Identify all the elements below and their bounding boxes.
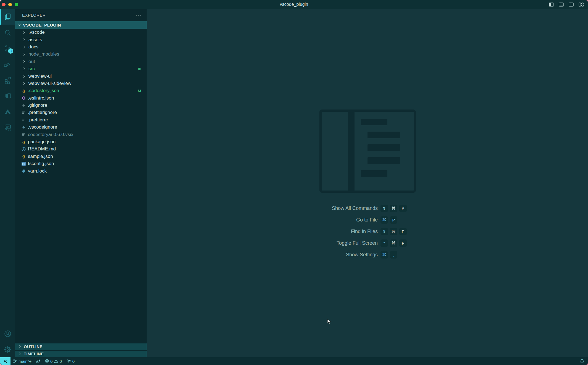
tree-item-file[interactable]: .vscodeignore [15,124,147,131]
git-icon [21,103,26,108]
section-label: OUTLINE [24,345,43,349]
section-label: TIMELINE [24,352,44,356]
more-actions-icon[interactable]: ··· [136,12,142,18]
warnings-icon [54,359,58,363]
file-name: README.md [28,146,56,152]
keycap: ⌘ [380,251,388,259]
sidebar-sections: OUTLINETIMELINE [15,343,147,357]
toggle-primary-sidebar-icon[interactable] [549,2,554,7]
extensions-icon [4,76,12,84]
file-name: yarn.lock [28,168,47,174]
chevron-right-icon [22,82,26,85]
file-name: package.json [28,139,56,145]
titlebar: vscode_plugin [0,0,588,9]
branch-icon [13,359,17,363]
remote-indicator[interactable] [0,357,11,365]
shortcut-row: Show All Commands⇧⌘P [147,202,588,214]
tree-item-file[interactable]: .gitignore [15,102,147,109]
zoom-window-button[interactable] [15,3,18,6]
git-branch-status[interactable]: main*+ [11,357,34,365]
activity-item-search[interactable] [0,25,15,40]
activity-item-account[interactable] [0,326,15,341]
toggle-secondary-sidebar-icon[interactable] [569,2,574,7]
minimize-window-button[interactable] [8,3,12,6]
watermark-text-pane [355,112,414,191]
search-icon [4,28,12,37]
project-root-row[interactable]: VSCODE_PLUGIN [15,21,147,29]
file-name: .eslintrc.json [28,95,54,101]
keycap: P [399,205,407,212]
errors-count: 0 [50,359,53,364]
keycap: F [399,228,407,235]
explorer-icon [4,13,12,21]
activity-item-explorer[interactable] [0,9,15,25]
chevron-right-icon [22,67,26,71]
chevron-right-icon [18,345,22,349]
layout-controls [549,2,584,7]
shortcut-row: Find in Files⇧⌘F [147,226,588,237]
file-name: tsconfig.json [28,161,54,166]
section-header-outline[interactable]: OUTLINE [15,343,147,350]
tree-item-file[interactable]: TStsconfig.json [15,160,147,167]
tree-item-file[interactable]: README.md [15,145,147,153]
activity-item-sideview[interactable] [0,88,15,103]
activity-item-settings[interactable] [0,341,15,357]
toggle-panel-icon[interactable] [559,2,564,7]
tree-item-file[interactable]: .prettierignore [15,109,147,116]
keycap: ^ [380,239,388,247]
keycap: ⇧ [380,228,388,235]
explorer-sidebar: EXPLORER ··· VSCODE_PLUGIN .vscodeassets… [15,9,147,357]
tree-item-file[interactable]: yarn.lock [15,167,147,174]
chevron-down-icon [17,23,21,27]
shortcut-hints: Show All Commands⇧⌘PGo to File⌘PFind in … [147,202,588,260]
sync-changes-button[interactable] [34,357,43,365]
shortcut-label: Find in Files [147,229,380,234]
tree-item-file[interactable]: {}.codestory.jsonM [15,87,147,94]
activity-item-run-and-debug[interactable] [0,56,15,72]
config-lines-icon [21,110,26,115]
info-icon [21,147,26,152]
activity-item-chat[interactable] [0,119,15,135]
keycap: , [390,251,397,259]
customize-layout-icon[interactable] [579,2,584,7]
source-control-badge: 3 [8,48,13,54]
tree-item-file[interactable]: {}package.json [15,138,147,145]
json-icon: {} [21,140,26,144]
tree-item-folder[interactable]: webview-ui [15,72,147,80]
tree-item-folder[interactable]: node_modules [15,51,147,58]
tree-item-file[interactable]: .eslintrc.json [15,95,147,102]
tree-item-folder[interactable]: src [15,65,147,72]
editor-area[interactable]: Show All Commands⇧⌘PGo to File⌘PFind in … [147,9,588,357]
workbench: 3 EXPLORER ··· VSCODE_PLUGIN .vscodeasse… [0,9,588,357]
file-name: webview-ui [28,74,52,79]
broadcast-status[interactable]: 0 [64,357,77,365]
notifications-bell[interactable] [576,357,588,365]
activity-item-extensions[interactable] [0,72,15,88]
remote-icon [3,359,8,364]
tree-item-file[interactable]: codestoryai-0.6.0.vsix [15,131,147,138]
file-name: .vscode [28,30,45,35]
keycap: F [399,239,407,247]
tree-item-folder[interactable]: assets [15,36,147,43]
tree-item-file[interactable]: .prettierrc [15,116,147,124]
activity-bar-spacer [0,135,15,326]
shortcut-keys: ⇧⌘F [380,228,588,235]
sideview-icon [4,92,12,100]
tree-item-folder[interactable]: out [15,58,147,65]
activity-item-source-control[interactable]: 3 [0,40,15,56]
section-header-timeline[interactable]: TIMELINE [15,350,147,357]
keycap: ⌘ [380,216,388,224]
activity-item-codestory[interactable] [0,103,15,119]
tree-item-folder[interactable]: .vscode [15,29,147,36]
problems-status[interactable]: 0 0 [43,357,64,365]
activity-bar: 3 [0,9,15,357]
tree-item-folder[interactable]: docs [15,43,147,51]
sidebar-header: EXPLORER ··· [15,9,147,21]
tree-item-file[interactable]: {}sample.json [15,153,147,160]
shortcut-row: Toggle Full Screen^⌘F [147,237,588,249]
chevron-right-icon [22,52,26,56]
tree-item-folder[interactable]: webview-ui-sideview [15,80,147,87]
file-name: .prettierignore [28,110,57,115]
close-window-button[interactable] [2,3,6,6]
shortcut-keys: ^⌘F [380,239,588,247]
